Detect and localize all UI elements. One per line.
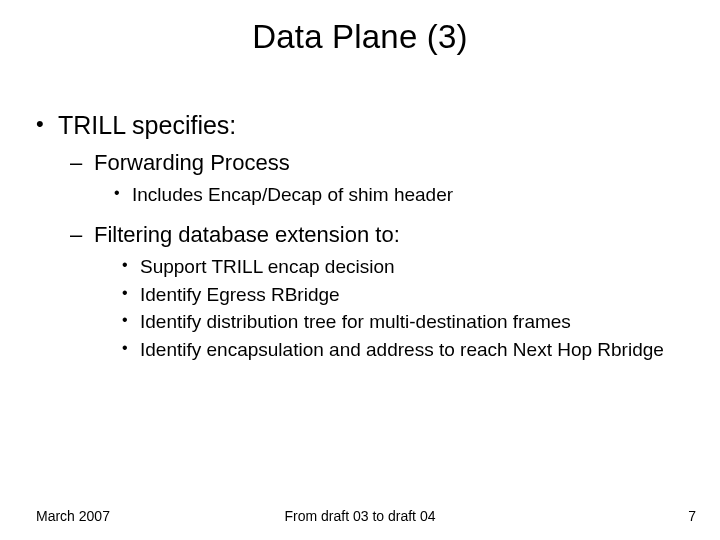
bullet-level2: Filtering database extension to: xyxy=(70,221,684,250)
bullet-text: Support TRILL encap decision xyxy=(140,256,395,277)
footer-center: From draft 03 to draft 04 xyxy=(0,508,720,524)
bullet-text: Identify Egress RBridge xyxy=(140,284,340,305)
bullet-level1: TRILL specifies: xyxy=(36,110,684,141)
slide-body: TRILL specifies: Forwarding Process Incl… xyxy=(36,110,684,365)
bullet-level3: Identify distribution tree for multi-des… xyxy=(122,309,684,335)
bullet-text: Filtering database extension to: xyxy=(94,222,400,247)
bullet-text: Identify distribution tree for multi-des… xyxy=(140,311,571,332)
bullet-text: TRILL specifies: xyxy=(58,111,236,139)
bullet-level3: Support TRILL encap decision xyxy=(122,254,684,280)
bullet-level3: Identify Egress RBridge xyxy=(122,282,684,308)
bullet-level3: Includes Encap/Decap of shim header xyxy=(114,182,684,208)
bullet-text: Includes Encap/Decap of shim header xyxy=(132,184,453,205)
bullet-text: Identify encapsulation and address to re… xyxy=(140,339,664,360)
footer-page: 7 xyxy=(688,508,696,524)
bullet-text: Forwarding Process xyxy=(94,150,290,175)
slide-title: Data Plane (3) xyxy=(0,18,720,56)
bullet-level2: Forwarding Process xyxy=(70,149,684,178)
slide: Data Plane (3) TRILL specifies: Forwardi… xyxy=(0,0,720,540)
slide-footer: March 2007 From draft 03 to draft 04 7 xyxy=(0,504,720,524)
bullet-level3: Identify encapsulation and address to re… xyxy=(122,337,684,363)
